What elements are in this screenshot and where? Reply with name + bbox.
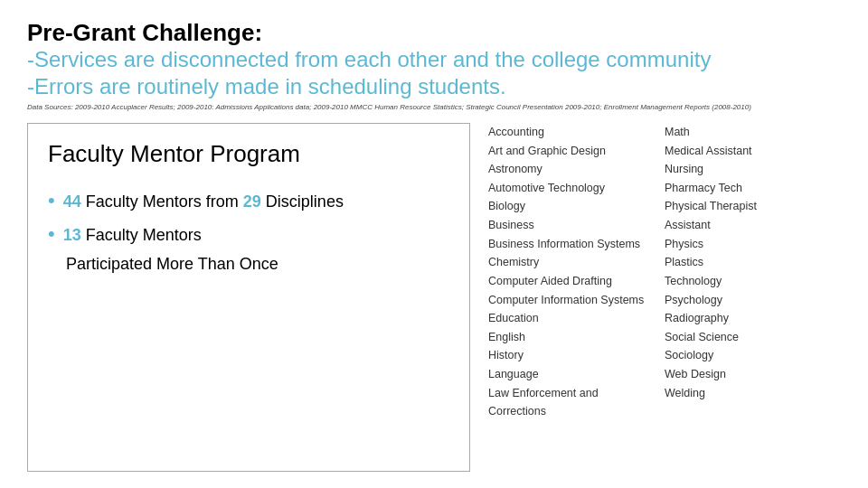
bullet-list: • 44 Faculty Mentors from 29 Disciplines… <box>48 188 449 283</box>
list-item: Psychology <box>665 291 841 310</box>
list-item: Welding <box>665 384 841 403</box>
subtitle-line-1: -Services are disconnected from each oth… <box>27 46 841 73</box>
page-title: Pre-Grant Challenge: <box>27 20 841 46</box>
list-item: Accounting <box>488 123 665 142</box>
bullet-text-2: Faculty Mentors <box>86 226 202 244</box>
list-item: Radiography <box>665 309 841 328</box>
list-item: English <box>488 328 665 347</box>
bullet-indent <box>48 255 61 273</box>
bullet-text-1: Faculty Mentors from <box>86 192 243 211</box>
list-item: Computer Information Systems <box>488 291 665 310</box>
list-item: Corrections <box>488 402 665 421</box>
bullet-text-3: Participated More Than Once <box>66 255 278 273</box>
highlight-29: 29 <box>243 192 261 211</box>
page: Pre-Grant Challenge: -Services are disco… <box>0 0 868 488</box>
list-item: Plastics <box>665 253 841 272</box>
list-item: Pharmacy Tech <box>665 179 841 198</box>
left-panel: Faculty Mentor Program • 44 Faculty Ment… <box>27 123 470 472</box>
list-item: Nursing <box>665 160 841 179</box>
list-item: Language <box>488 365 665 384</box>
list-item: Web Design <box>665 365 841 384</box>
list-item: Business Information Systems <box>488 235 665 254</box>
bullet-dot-2: • <box>48 222 55 245</box>
list-item: Math <box>665 123 841 142</box>
subtitle-lines: -Services are disconnected from each oth… <box>27 46 841 100</box>
list-item: Astronomy <box>488 160 665 179</box>
list-item: Chemistry <box>488 253 665 272</box>
right-panel: AccountingArt and Graphic DesignAstronom… <box>470 123 841 472</box>
list-item: Law Enforcement and <box>488 384 665 403</box>
list-item: Biology <box>488 197 665 216</box>
bullet-item-3: Participated More Than Once <box>48 254 449 275</box>
bullet-dot-1: • <box>48 189 55 211</box>
bullet-text-1b: Disciplines <box>266 192 344 211</box>
list-item: Art and Graphic Design <box>488 142 665 161</box>
main-content: Faculty Mentor Program • 44 Faculty Ment… <box>27 123 841 472</box>
title-block: Pre-Grant Challenge: -Services are disco… <box>27 20 841 119</box>
list-item: Assistant <box>665 216 841 235</box>
list-item: Sociology <box>665 346 841 365</box>
list-item: Physics <box>665 235 841 254</box>
list-item: Computer Aided Drafting <box>488 272 665 291</box>
highlight-13: 13 <box>63 226 81 244</box>
list-item: Medical Assistant <box>665 142 841 161</box>
list-item: Automotive Technology <box>488 179 665 198</box>
list-item: Education <box>488 309 665 328</box>
list-item: History <box>488 346 665 365</box>
faculty-mentor-title: Faculty Mentor Program <box>48 140 449 168</box>
highlight-44: 44 <box>63 192 81 211</box>
list-item: Technology <box>665 272 841 291</box>
subtitle-line-2: -Errors are routinely made in scheduling… <box>27 73 841 100</box>
disciplines-col-1: AccountingArt and Graphic DesignAstronom… <box>488 123 665 472</box>
list-item: Physical Therapist <box>665 197 841 216</box>
list-item: Social Science <box>665 328 841 347</box>
bullet-item-1: • 44 Faculty Mentors from 29 Disciplines <box>48 188 449 214</box>
bullet-item-2: • 13 Faculty Mentors <box>48 221 449 248</box>
data-sources: Data Sources: 2009-2010 Accuplacer Resul… <box>27 103 841 112</box>
disciplines-col-2: MathMedical AssistantNursingPharmacy Tec… <box>665 123 841 472</box>
list-item: Business <box>488 216 665 235</box>
